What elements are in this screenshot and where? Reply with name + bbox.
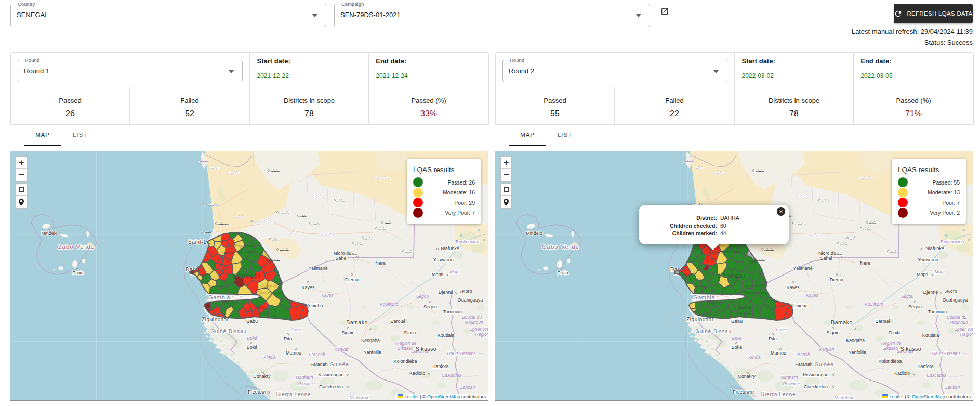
svg-text:Djenné: Djenné — [439, 290, 454, 295]
svg-text:Kaolack: Kaolack — [211, 285, 223, 288]
svg-text:Sahel: Sahel — [820, 256, 832, 261]
svg-text:Kayes: Kayes — [321, 293, 334, 298]
svg-text:Zanzan: Zanzan — [945, 385, 960, 390]
svg-text:Koulikoro: Koulikoro — [380, 302, 399, 307]
svg-text:Pita: Pita — [769, 336, 777, 342]
svg-text:Freetown: Freetown — [248, 389, 268, 395]
svg-text:Mindelo: Mindelo — [526, 231, 542, 236]
svg-text:Région de: Région de — [745, 284, 762, 289]
svg-text:Ségou: Ségou — [423, 304, 437, 309]
svg-text:Guinée: Guinée — [814, 362, 833, 368]
svg-text:Upper We: Upper We — [954, 326, 973, 332]
svg-text:Nzérékoré: Nzérékoré — [349, 395, 369, 400]
svg-text:Kangaba: Kangaba — [846, 338, 865, 343]
svg-text:Djenné: Djenné — [923, 290, 938, 295]
svg-text:Sikasso: Sikasso — [900, 346, 921, 352]
svg-text:Nioro du: Nioro du — [334, 251, 351, 256]
svg-text:Thiès: Thiès — [694, 277, 702, 280]
svg-text:Mopti: Mopti — [450, 269, 461, 274]
svg-text:Sikasso: Sikasso — [882, 346, 898, 351]
svg-text:Dakar: Dakar — [199, 273, 207, 277]
svg-text:Saint-Louis: Saint-Louis — [720, 250, 740, 254]
svg-text:Région de: Région de — [701, 251, 719, 255]
svg-text:Mindelo: Mindelo — [41, 231, 58, 236]
svg-text:Ouahigouya: Ouahigouya — [458, 297, 483, 303]
svg-text:Gabu: Gabu — [246, 319, 258, 324]
svg-text:Praia: Praia — [557, 270, 568, 276]
svg-text:Siguiri: Siguiri — [826, 330, 839, 335]
svg-text:Mouhoun: Mouhoun — [465, 320, 483, 325]
svg-text:Hauts-Bassins: Hauts-Bassins — [447, 351, 476, 356]
svg-text:Mopti: Mopti — [935, 269, 946, 274]
svg-text:Gambia: Gambia — [693, 294, 715, 300]
svg-text:Koutiala: Koutiala — [438, 333, 455, 338]
svg-text:Mopti: Mopti — [432, 272, 443, 277]
svg-text:Barouéli: Barouéli — [875, 319, 892, 324]
svg-text:Sierra Leone: Sierra Leone — [276, 391, 311, 397]
svg-text:Tominian: Tominian — [443, 309, 462, 315]
svg-text:Ouahigouya: Ouahigouya — [943, 297, 968, 303]
svg-text:Boké: Boké — [247, 336, 257, 341]
svg-text:Kindia: Kindia — [263, 355, 276, 360]
svg-text:Northern: Northern — [296, 375, 313, 380]
svg-text:Ségou: Ségou — [901, 294, 914, 299]
svg-text:Zanzan: Zanzan — [460, 385, 475, 390]
svg-text:Tominian: Tominian — [928, 309, 947, 315]
svg-text:Sahel: Sahel — [335, 256, 347, 261]
svg-text:Province: Province — [298, 381, 315, 386]
svg-text:Kéniéba: Kéniéba — [306, 303, 323, 308]
svg-text:Gounass: Gounass — [254, 311, 269, 316]
svg-text:Kadiolo: Kadiolo — [409, 371, 425, 376]
svg-text:Guéckédou: Guéckédou — [319, 384, 343, 389]
svg-text:Sénégal: Sénégal — [718, 272, 746, 279]
svg-text:Sénégal: Sénégal — [233, 272, 261, 279]
svg-text:Diema: Diema — [345, 277, 359, 282]
svg-text:Faranah: Faranah — [309, 352, 325, 357]
svg-text:Mouhoun: Mouhoun — [949, 320, 968, 325]
svg-text:Faranah: Faranah — [793, 352, 810, 357]
svg-text:Yélimané: Yélimané — [308, 266, 328, 271]
svg-text:Labé: Labé — [776, 327, 786, 332]
svg-text:Province: Province — [783, 381, 800, 386]
svg-text:Cascades: Cascades — [926, 373, 947, 378]
svg-text:Région de: Région de — [396, 340, 417, 346]
svg-text:Youwarou: Youwarou — [918, 257, 938, 263]
svg-text:Guinée: Guinée — [329, 362, 349, 368]
svg-text:Nioro du: Nioro du — [818, 251, 836, 256]
svg-text:Bamako: Bamako — [831, 319, 853, 325]
svg-text:Bamako: Bamako — [346, 319, 368, 325]
svg-text:Yanfolila: Yanfolila — [364, 350, 381, 355]
svg-text:Conakry: Conakry — [738, 374, 756, 379]
svg-text:Tombouctou: Tombouctou — [940, 239, 964, 244]
svg-text:Gabu: Gabu — [731, 319, 743, 324]
svg-text:Kankan: Kankan — [335, 347, 350, 352]
svg-text:Saint-Louis: Saint-Louis — [235, 250, 255, 254]
svg-text:Médina: Médina — [254, 305, 267, 310]
svg-text:Kolondièba: Kolondièba — [878, 359, 902, 364]
svg-text:Northern: Northern — [780, 375, 798, 380]
svg-text:Médina: Médina — [738, 305, 751, 310]
svg-text:Boké: Boké — [732, 345, 743, 350]
svg-text:Koro: Koro — [947, 289, 957, 294]
svg-text:Kolondièba: Kolondièba — [393, 359, 417, 364]
svg-text:Ségou: Ségou — [416, 294, 429, 299]
svg-text:Tambacounda: Tambacounda — [743, 290, 767, 295]
svg-text:Boucle du: Boucle du — [462, 315, 482, 320]
svg-text:Boucle du: Boucle du — [947, 315, 966, 320]
svg-text:Region: Region — [475, 332, 488, 337]
svg-text:Guiné-Bissau: Guiné-Bissau — [695, 329, 732, 334]
svg-text:Freetown: Freetown — [733, 389, 752, 395]
svg-text:Labé: Labé — [292, 327, 301, 332]
svg-text:Sikasso: Sikasso — [398, 346, 413, 351]
svg-text:Niafunké: Niafunké — [925, 246, 944, 251]
svg-text:Louga: Louga — [222, 257, 233, 261]
svg-text:Boké: Boké — [247, 345, 258, 350]
svg-text:Boké: Boké — [732, 336, 742, 341]
svg-text:Dioila: Dioila — [404, 330, 416, 335]
svg-text:Région de: Région de — [217, 251, 234, 255]
svg-text:Cabo Verde: Cabo Verde — [57, 244, 95, 250]
svg-text:Youwarou: Youwarou — [433, 257, 454, 263]
svg-text:Région de: Région de — [260, 284, 277, 289]
svg-text:Louga: Louga — [707, 257, 718, 261]
svg-text:Sierra Leone: Sierra Leone — [761, 391, 796, 397]
